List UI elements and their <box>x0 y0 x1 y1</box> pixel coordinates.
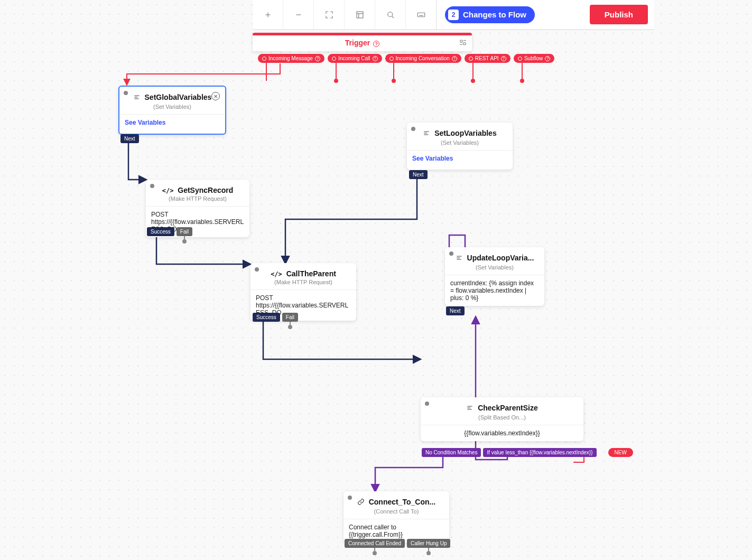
transition-fail[interactable]: Fail <box>282 313 298 322</box>
widget-subtitle: (Set Variables) <box>445 264 544 275</box>
see-variables-link[interactable]: See Variables <box>119 115 225 134</box>
help-icon[interactable]: ? <box>373 41 379 47</box>
drag-handle-icon[interactable] <box>449 251 453 256</box>
http-icon: </> <box>271 270 282 278</box>
svg-rect-3 <box>357 12 363 18</box>
keyboard-button[interactable] <box>406 0 437 30</box>
drag-handle-icon[interactable] <box>255 267 259 272</box>
trigger-incoming-message[interactable]: Incoming Message? <box>258 54 324 63</box>
publish-button[interactable]: Publish <box>590 5 648 24</box>
see-variables-link[interactable]: See Variables <box>407 151 513 170</box>
transition-next[interactable]: Next <box>446 306 465 315</box>
widget-body: currentIndex: {% assign index = flow.var… <box>445 275 544 306</box>
svg-rect-8 <box>417 13 425 17</box>
changes-to-flow-button[interactable]: 2 Changes to Flow <box>445 6 535 23</box>
drag-handle-icon[interactable] <box>411 127 415 131</box>
zoom-out-button[interactable] <box>283 0 314 30</box>
widget-title: SetGlobalVariables <box>145 93 212 101</box>
trigger-title: Trigger <box>345 39 370 47</box>
trigger-widget[interactable]: Trigger ? <box>253 33 472 51</box>
widget-subtitle: (Connect Call To) <box>343 508 449 519</box>
set-variables-icon <box>133 94 141 102</box>
svg-point-6 <box>387 12 392 16</box>
transition-new[interactable]: NEW <box>608 448 633 457</box>
drag-handle-icon[interactable] <box>425 402 429 406</box>
trigger-pill-row: Incoming Message? Incoming Call? Incomin… <box>258 54 554 63</box>
widget-subtitle: (Make HTTP Request) <box>250 279 356 290</box>
connector-layer <box>0 0 752 560</box>
svg-point-15 <box>460 40 463 43</box>
widget-connect-to-con[interactable]: Connect_To_Con... (Connect Call To) Conn… <box>343 491 449 543</box>
changes-label: Changes to Flow <box>463 10 526 19</box>
trigger-rest-api[interactable]: REST API? <box>465 54 510 63</box>
transition-condition[interactable]: If value less_than {{flow.variables.next… <box>483 448 596 457</box>
transition-no-condition[interactable]: No Condition Matches <box>422 448 481 457</box>
toolbar: 2 Changes to Flow Publish <box>253 0 654 30</box>
widget-subtitle: (Set Variables) <box>407 139 513 151</box>
widget-title: Connect_To_Con... <box>369 498 436 506</box>
layout-button[interactable] <box>345 0 375 30</box>
connect-call-icon <box>357 498 365 507</box>
trigger-subflow[interactable]: Subflow? <box>514 54 555 63</box>
transition-next[interactable]: Next <box>120 134 139 143</box>
fullscreen-button[interactable] <box>314 0 345 30</box>
trigger-incoming-conversation[interactable]: Incoming Conversation? <box>385 54 461 63</box>
widget-title: SetLoopVariables <box>434 129 496 137</box>
zoom-in-button[interactable] <box>253 0 283 30</box>
close-icon[interactable]: ✕ <box>211 92 220 100</box>
set-variables-icon <box>456 254 463 263</box>
widget-subtitle: (Split Based On...) <box>421 414 583 425</box>
svg-line-7 <box>392 16 393 17</box>
search-button[interactable] <box>375 0 406 30</box>
widget-title: GetSyncRecord <box>178 186 233 194</box>
widget-update-loop-variables[interactable]: UpdateLoopVaria... (Set Variables) curre… <box>445 247 544 306</box>
set-variables-icon <box>423 129 430 138</box>
changes-count-badge: 2 <box>448 10 459 20</box>
http-icon: </> <box>162 187 174 194</box>
svg-point-16 <box>463 42 466 45</box>
drag-handle-icon[interactable] <box>150 184 154 188</box>
trigger-incoming-call[interactable]: Incoming Call? <box>328 54 382 63</box>
transition-connected-call-ended[interactable]: Connected Call Ended <box>345 539 405 548</box>
widget-call-the-parent[interactable]: </> CallTheParent (Make HTTP Request) PO… <box>250 263 356 321</box>
transition-next[interactable]: Next <box>409 170 428 179</box>
drag-handle-icon[interactable] <box>124 91 128 95</box>
widget-title: CheckParentSize <box>478 404 538 412</box>
transition-caller-hung-up[interactable]: Caller Hung Up <box>407 539 450 548</box>
widget-set-loop-variables[interactable]: SetLoopVariables (Set Variables) See Var… <box>407 123 513 170</box>
transition-success[interactable]: Success <box>147 227 174 236</box>
widget-body: {{flow.variables.nextIndex}} <box>421 425 583 441</box>
widget-title: CallTheParent <box>286 269 336 278</box>
widget-set-global-variables[interactable]: ✕ SetGlobalVariables (Set Variables) See… <box>118 86 226 135</box>
drag-handle-icon[interactable] <box>348 496 352 500</box>
widget-check-parent-size[interactable]: CheckParentSize (Split Based On...) {{fl… <box>421 397 583 441</box>
widget-subtitle: (Set Variables) <box>119 104 225 115</box>
split-icon <box>466 404 474 413</box>
widget-title: UpdateLoopVaria... <box>467 254 534 262</box>
settings-icon[interactable] <box>458 38 468 45</box>
transition-fail[interactable]: Fail <box>177 227 192 236</box>
transition-success[interactable]: Success <box>253 313 280 322</box>
widget-subtitle: (Make HTTP Request) <box>146 195 249 207</box>
